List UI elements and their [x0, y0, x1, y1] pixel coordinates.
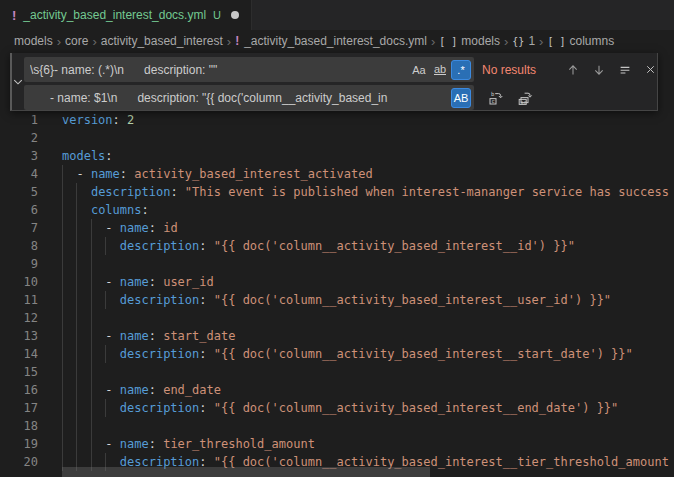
code-line[interactable]: 7 - name: id	[0, 219, 674, 237]
line-number[interactable]: 3	[0, 147, 38, 165]
indent-guide	[76, 417, 77, 435]
code-line[interactable]: 6 columns:	[0, 201, 674, 219]
code-text: description: "{{ doc('column__activity_b…	[62, 237, 575, 255]
replace-row: - name: $1\n description: "{{ doc('colum…	[24, 85, 662, 110]
line-number[interactable]: 18	[0, 417, 38, 435]
match-case-button[interactable]: Aa	[409, 60, 429, 80]
code-line[interactable]: 2	[0, 129, 674, 147]
code-text: - name: tier_threshold_amount	[62, 435, 315, 453]
unsaved-changes-dot-icon[interactable]	[231, 11, 239, 19]
code-text: columns:	[62, 201, 149, 219]
replace-all-icon: ac	[517, 90, 533, 106]
replace-input[interactable]: - name: $1\n description: "{{ doc('colum…	[24, 85, 474, 110]
code-line[interactable]: 3models:	[0, 147, 674, 165]
line-number[interactable]: 17	[0, 399, 38, 417]
indent-guide	[91, 345, 92, 363]
breadcrumb-item-file[interactable]: ! _activity_based_interest_docs.yml	[235, 34, 427, 48]
line-number[interactable]: 11	[0, 291, 38, 309]
line-number[interactable]: 2	[0, 129, 38, 147]
use-regex-button[interactable]: .*	[451, 60, 471, 80]
close-button[interactable]	[639, 58, 662, 81]
preserve-case-button[interactable]: AB	[451, 88, 471, 108]
code-line[interactable]: 13 - name: start_date	[0, 327, 674, 345]
indent-guide	[62, 381, 63, 399]
line-number[interactable]: 4	[0, 165, 38, 183]
chevron-down-icon	[12, 76, 24, 88]
line-number[interactable]: 6	[0, 201, 38, 219]
line-number[interactable]: 5	[0, 183, 38, 201]
code-line[interactable]: 8 description: "{{ doc('column__activity…	[0, 237, 674, 255]
code-text: - name: user_id	[62, 273, 214, 291]
replace-all-button[interactable]: ac	[513, 86, 536, 109]
line-number[interactable]: 19	[0, 435, 38, 453]
code-text: version: 2	[62, 111, 134, 129]
svg-text:c: c	[491, 98, 494, 104]
replace-input-value: - name: $1\n description: "{{ doc('colum…	[30, 91, 450, 105]
previous-match-button[interactable]	[561, 58, 584, 81]
code-text: description: "{{ doc('column__activity_b…	[62, 345, 633, 363]
tab-active-file[interactable]: ! _activity_based_interest_docs.yml U	[0, 0, 252, 30]
indent-guide	[62, 309, 63, 327]
breadcrumb-item-symbol-index[interactable]: {} 1	[512, 34, 535, 48]
code-line[interactable]: 18	[0, 417, 674, 435]
indent-guide	[62, 345, 63, 363]
line-number[interactable]: 13	[0, 327, 38, 345]
line-number[interactable]: 15	[0, 363, 38, 381]
code-line[interactable]: 1version: 2	[0, 111, 674, 129]
code-line[interactable]: 10 - name: user_id	[0, 273, 674, 291]
code-line[interactable]: 4 - name: activity_based_interest_activa…	[0, 165, 674, 183]
find-in-selection-button[interactable]	[613, 58, 636, 81]
line-number[interactable]: 20	[0, 453, 38, 471]
code-line[interactable]: 9	[0, 255, 674, 273]
indent-guide	[62, 219, 63, 237]
line-number[interactable]: 12	[0, 309, 38, 327]
code-line[interactable]: 17 description: "{{ doc('column__activit…	[0, 399, 674, 417]
line-number[interactable]: 9	[0, 255, 38, 273]
symbol-array-icon: [ ]	[439, 36, 457, 47]
line-number[interactable]: 8	[0, 237, 38, 255]
indent-guide	[76, 327, 77, 345]
breadcrumb-item-folder[interactable]: activity_based_interest	[101, 34, 223, 48]
code-line[interactable]: 16 - name: end_date	[0, 381, 674, 399]
indent-guide	[91, 309, 92, 327]
find-input-value: \s{6}- name: (.*)\n description: ""	[30, 63, 408, 77]
horizontal-scrollbar[interactable]	[62, 467, 430, 477]
breadcrumb-item-models[interactable]: models	[14, 34, 53, 48]
indent-guide	[91, 327, 92, 345]
indent-guide	[76, 435, 77, 453]
indent-guide	[62, 435, 63, 453]
line-number[interactable]: 16	[0, 381, 38, 399]
indent-guide	[105, 237, 106, 255]
code-line[interactable]: 11 description: "{{ doc('column__activit…	[0, 291, 674, 309]
breadcrumb-item-symbol-models[interactable]: [ ] models	[439, 34, 500, 48]
toggle-replace-button[interactable]	[12, 53, 24, 110]
indent-guide	[76, 273, 77, 291]
code-line[interactable]: 14 description: "{{ doc('column__activit…	[0, 345, 674, 363]
line-number[interactable]: 1	[0, 111, 38, 129]
indent-guide	[62, 399, 63, 417]
code-line[interactable]: 5 description: "This event is published …	[0, 183, 674, 201]
indent-guide	[62, 183, 63, 201]
breadcrumb-item-core[interactable]: core	[65, 34, 88, 48]
vscode-window: ! _activity_based_interest_docs.yml U mo…	[0, 0, 674, 477]
code-text: - name: start_date	[62, 327, 235, 345]
replace-button[interactable]: c b	[484, 86, 507, 109]
line-number[interactable]: 7	[0, 219, 38, 237]
yaml-file-icon: !	[12, 8, 16, 23]
code-line[interactable]: 15	[0, 363, 674, 381]
indent-guide	[76, 219, 77, 237]
code-line[interactable]: 19 - name: tier_threshold_amount	[0, 435, 674, 453]
breadcrumb-item-symbol-columns[interactable]: [ ] columns	[547, 34, 614, 48]
code-lines: 1version: 223models:4 - name: activity_b…	[0, 111, 674, 471]
whole-word-button[interactable]: ab	[430, 60, 450, 80]
close-icon	[644, 63, 657, 76]
code-line[interactable]: 12	[0, 309, 674, 327]
line-number[interactable]: 14	[0, 345, 38, 363]
next-match-button[interactable]	[587, 58, 610, 81]
indent-guide	[76, 399, 77, 417]
indent-guide	[76, 363, 77, 381]
find-input[interactable]: \s{6}- name: (.*)\n description: "" Aa a…	[24, 57, 474, 82]
svg-text:b: b	[491, 91, 494, 97]
line-number[interactable]: 10	[0, 273, 38, 291]
code-text: - name: id	[62, 219, 178, 237]
